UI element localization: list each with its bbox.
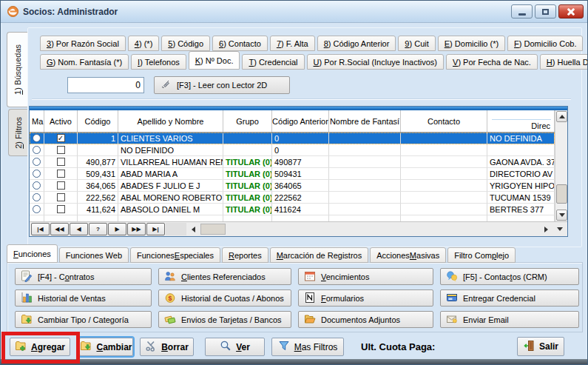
tab-domicilio-cob[interactable]: F) Domicilio Cob. xyxy=(507,36,583,51)
restore-button[interactable] xyxy=(535,4,556,19)
tab-codigo-anterior[interactable]: 8) Código Anterior xyxy=(317,36,396,51)
row-marker-radio[interactable] xyxy=(33,134,41,142)
activo-checkbox[interactable] xyxy=(57,170,65,178)
document-number-input[interactable] xyxy=(67,77,144,93)
row-marker-radio[interactable] xyxy=(33,146,41,154)
tab-funciones[interactable]: Funciones xyxy=(7,244,58,263)
contratos-button[interactable]: [F4] - Contratos xyxy=(15,268,152,285)
client-area: 1) Búsquedas 2) Filtros 3) Por Razón Soc… xyxy=(1,23,587,364)
members-grid: Ma Activo Código Apellido y Nombre Grupo… xyxy=(29,106,568,237)
tab-marcacion-registros[interactable]: Marcación de Registros xyxy=(270,247,369,263)
vencimientos-button[interactable]: Vencimientos xyxy=(298,268,433,285)
envios-tarjetas-button[interactable]: Envios de Tarjetas / Bancos xyxy=(158,311,291,328)
contactos-crm-button[interactable]: [F5] - Contactos (CRM) xyxy=(440,268,579,285)
tab-nombre-fantasia[interactable]: G) Nom. Fantasía (*) xyxy=(40,54,129,70)
nav-first-button[interactable]: |◀ xyxy=(31,223,50,235)
salir-button[interactable]: Salir xyxy=(517,337,564,356)
vertical-scrollbar[interactable] xyxy=(555,110,567,221)
borrar-button[interactable]: Borrar xyxy=(140,338,194,356)
activo-checkbox[interactable] xyxy=(57,146,65,154)
formularios-button[interactable]: Formularios xyxy=(298,289,433,307)
row-marker-radio[interactable] xyxy=(33,181,41,190)
tab-rsocial-inactivos[interactable]: U) Por R.Social (Incluye Inactivos) xyxy=(307,54,445,70)
ver-button[interactable]: Ver xyxy=(205,338,265,356)
entregar-credencial-button[interactable]: Entregar Credencial xyxy=(440,289,579,307)
tab-domicilio[interactable]: E) Domicilio (*) xyxy=(438,36,505,51)
scroll-up-button[interactable] xyxy=(556,111,567,122)
historial-ventas-button[interactable]: Historial de Ventas xyxy=(15,289,152,307)
tab-cuit[interactable]: 9) Cuit xyxy=(398,36,435,51)
tab-contacto[interactable]: 6) Contacto xyxy=(212,36,268,51)
tab-telefonos[interactable]: I) Telefonos xyxy=(131,54,186,70)
vertical-scroll-thumb[interactable] xyxy=(556,184,567,204)
tab-codigo[interactable]: 5) Código xyxy=(161,36,210,51)
open-folder-icon xyxy=(304,313,316,327)
scroll-down-button[interactable] xyxy=(556,210,567,221)
activo-checkbox[interactable] xyxy=(57,158,65,166)
sidebar-tab-filtros[interactable]: 2) Filtros xyxy=(8,109,27,156)
tab-por-razon-social[interactable]: 3) Por Razón Social xyxy=(40,36,126,51)
table-row[interactable]: 222,562 ABAL MORENO ROBERTO E TITULAR (0… xyxy=(30,192,555,204)
column-header-contacto[interactable]: Contacto xyxy=(401,110,487,132)
table-row[interactable]: 411,624 ABASOLO DANIEL M TITULAR (0) 411… xyxy=(30,204,555,215)
bar-chart-icon xyxy=(21,292,33,305)
agregar-button[interactable]: Agregar xyxy=(10,338,70,356)
tab-numero-doc[interactable]: K) Nº Doc. xyxy=(189,51,240,70)
row-marker-radio[interactable] xyxy=(33,205,41,213)
activo-checkbox[interactable] xyxy=(57,205,65,213)
scroll-right-button[interactable] xyxy=(540,223,552,235)
cambiar-tipo-categoria-button[interactable]: Cambiar Tipo / Categoría xyxy=(15,311,152,328)
row-marker-radio[interactable] xyxy=(33,170,41,178)
nav-next-button[interactable]: ▶ xyxy=(108,223,126,235)
table-row[interactable]: 1 CLIENTES VARIOS 0 NO DEFINIDA xyxy=(30,133,555,144)
tab-funciones-especiales[interactable]: Funciones Especiales xyxy=(130,247,220,263)
sidebar-tab-busquedas[interactable]: 1) Búsquedas xyxy=(7,32,27,107)
scroll-down-corner-button[interactable] xyxy=(553,223,566,235)
tab-asterisco[interactable]: 4) (*) xyxy=(128,36,159,51)
table-row[interactable]: 490,877 VILLARREAL HUAMAN REN TITULAR (0… xyxy=(30,156,555,168)
close-button[interactable] xyxy=(558,4,584,19)
table-row[interactable]: 364,065 ABADES F JULIO E J TITULAR (0) 3… xyxy=(30,180,555,192)
activo-checkbox[interactable] xyxy=(57,193,65,201)
row-marker-radio[interactable] xyxy=(33,193,41,201)
tab-fecha-alta[interactable]: 7) F. Alta xyxy=(270,36,315,51)
tab-credencial[interactable]: T) Credencial xyxy=(242,54,304,70)
column-header-codigo[interactable]: Código xyxy=(78,110,118,132)
column-header-nombre-fantasia[interactable]: Nombre de Fantasí xyxy=(329,110,401,132)
cambiar-button[interactable]: Cambiar xyxy=(79,338,133,356)
documentos-adjuntos-button[interactable]: Documentos Adjuntos xyxy=(298,311,433,328)
column-header-activo[interactable]: Activo xyxy=(44,110,78,132)
function-tabs: Funciones Funciones Web Funciones Especi… xyxy=(7,245,516,263)
horizontal-scroll-thumb[interactable] xyxy=(200,224,226,235)
grid-header: Ma Activo Código Apellido y Nombre Grupo… xyxy=(30,110,555,133)
column-header-apellido-nombre[interactable]: Apellido y Nombre xyxy=(118,110,223,132)
clientes-referenciados-button[interactable]: Clientes Referenciados xyxy=(158,268,291,285)
column-header-grupo[interactable]: Grupo xyxy=(223,110,272,132)
tab-acciones-masivas[interactable]: Acciones Masivas xyxy=(370,247,446,263)
divider xyxy=(32,98,571,100)
nav-fast-back-button[interactable]: ◀◀ xyxy=(50,223,69,235)
minimize-button[interactable] xyxy=(511,4,533,19)
activo-checkbox[interactable] xyxy=(57,134,65,142)
column-header-codigo-anterior[interactable]: Código Anterior xyxy=(272,110,329,132)
tab-filtro-complejo[interactable]: Filtro Complejo xyxy=(447,247,516,263)
tab-fecha-nacimiento[interactable]: V) Por Fecha de Nac. xyxy=(446,54,538,70)
nav-last-button[interactable]: ▶| xyxy=(146,223,165,235)
tab-huella-dactilar[interactable]: H) Huella Dactilar xyxy=(540,54,588,70)
activo-checkbox[interactable] xyxy=(57,181,65,190)
scroll-left-button[interactable] xyxy=(187,223,200,235)
table-row[interactable]: NO DEFINIDO 0 xyxy=(30,144,555,156)
column-header-marcar[interactable]: Ma xyxy=(30,110,44,132)
historial-cuotas-button[interactable]: $ Historial de Cuotas / Abonos xyxy=(158,289,291,307)
mas-filtros-button[interactable]: Mas Filtros xyxy=(271,338,344,356)
column-header-direccion[interactable]: Direc xyxy=(487,110,555,132)
row-marker-radio[interactable] xyxy=(33,158,41,166)
nav-prev-button[interactable]: ◀ xyxy=(70,223,88,235)
scan-lector-2d-button[interactable]: [F3] - Leer con Lector 2D xyxy=(154,76,290,94)
enviar-email-button[interactable]: Enviar Email xyxy=(440,311,579,328)
tab-funciones-web[interactable]: Funciones Web xyxy=(59,247,129,263)
tab-reportes[interactable]: Reportes xyxy=(222,247,268,263)
nav-search-button[interactable]: ? xyxy=(89,223,107,235)
nav-fast-forward-button[interactable]: ▶▶ xyxy=(127,223,146,235)
table-row[interactable]: 509,431 ABAD MARIA A TITULAR (0) 509431 … xyxy=(30,168,555,180)
